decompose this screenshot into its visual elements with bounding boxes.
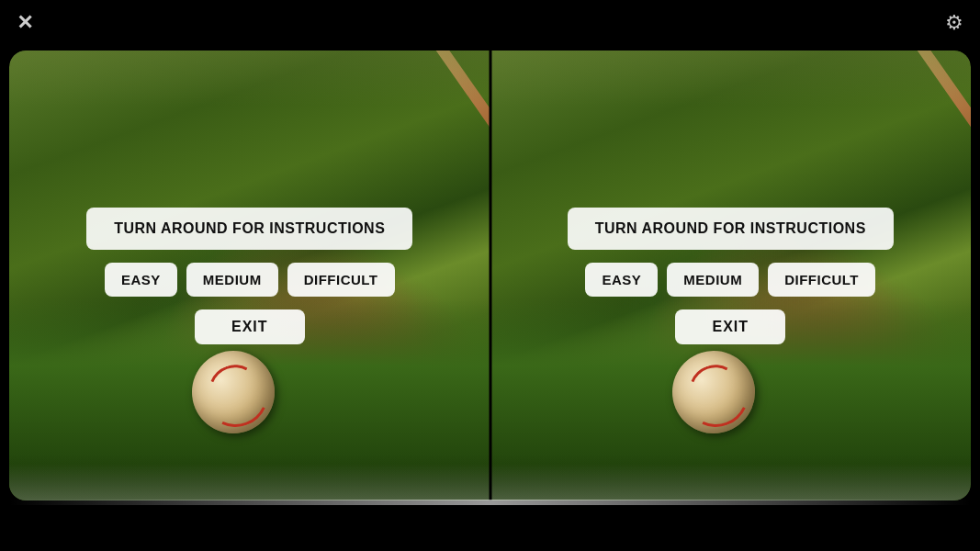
instruction-button-left[interactable]: TURN AROUND FOR INSTRUCTIONS	[86, 208, 412, 250]
close-icon: ✕	[17, 11, 33, 34]
exit-button-right[interactable]: EXIT	[675, 309, 785, 344]
vr-container: TURN AROUND FOR INSTRUCTIONS EASY MEDIUM…	[9, 51, 971, 500]
difficulty-row-right: EASY MEDIUM DIFFICULT	[585, 263, 875, 297]
close-button[interactable]: ✕	[17, 11, 33, 35]
difficulty-row-left: EASY MEDIUM DIFFICULT	[105, 263, 395, 297]
difficult-button-left[interactable]: DIFFICULT	[287, 263, 395, 297]
vr-panel-left: TURN AROUND FOR INSTRUCTIONS EASY MEDIUM…	[9, 51, 490, 500]
panel-ui-left: TURN AROUND FOR INSTRUCTIONS EASY MEDIUM…	[9, 51, 490, 500]
gear-icon: ⚙	[945, 11, 963, 34]
app-container: ✕ ⚙ TURN AROUND FOR INSTRUCTIONS EASY ME…	[0, 0, 980, 551]
instruction-button-right[interactable]: TURN AROUND FOR INSTRUCTIONS	[568, 208, 894, 250]
easy-button-right[interactable]: EASY	[585, 263, 658, 297]
medium-button-left[interactable]: MEDIUM	[186, 263, 278, 297]
panel-ui-right: TURN AROUND FOR INSTRUCTIONS EASY MEDIUM…	[490, 51, 972, 500]
medium-button-right[interactable]: MEDIUM	[667, 263, 759, 297]
easy-button-left[interactable]: EASY	[105, 263, 177, 297]
vr-panel-right: TURN AROUND FOR INSTRUCTIONS EASY MEDIUM…	[490, 51, 972, 500]
difficult-button-right[interactable]: DIFFICULT	[768, 263, 875, 297]
exit-button-left[interactable]: EXIT	[195, 309, 305, 344]
settings-button[interactable]: ⚙	[945, 11, 963, 35]
bottom-gleam	[9, 500, 971, 505]
vr-divider	[489, 51, 491, 500]
